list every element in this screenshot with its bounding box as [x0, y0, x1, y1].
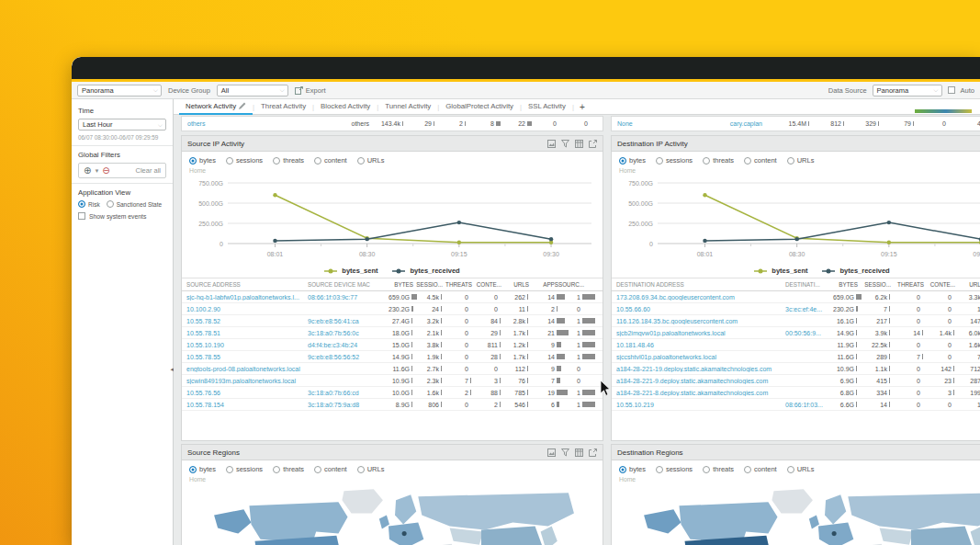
- breadcrumb: Home: [612, 474, 980, 483]
- metric-radio-urls[interactable]: URLs: [787, 156, 815, 165]
- tab-ssl-activity[interactable]: SSL Activity: [522, 99, 572, 115]
- table-icon[interactable]: [575, 140, 583, 148]
- legend-bytes_sent[interactable]: bytes_sent: [324, 267, 377, 275]
- destination-regions-map[interactable]: [612, 483, 980, 545]
- filter-icon[interactable]: [561, 448, 569, 457]
- table-row[interactable]: 10.100.2.90230.2G24001120: [182, 303, 603, 315]
- filter-icon[interactable]: [561, 140, 569, 148]
- device-group-select[interactable]: All⌵: [217, 85, 288, 97]
- column-header[interactable]: SOURC...: [574, 281, 600, 288]
- add-filter-icon[interactable]: ⊕: [84, 166, 91, 176]
- metric-radio-sessions[interactable]: sessions: [656, 465, 693, 473]
- detach-icon[interactable]: [589, 140, 597, 148]
- metric-radio-sessions[interactable]: sessions: [226, 465, 263, 473]
- sanctioned-state-radio[interactable]: Sanctioned State: [107, 200, 163, 208]
- table-row[interactable]: a184-28-221-8.deploy.static.akamaitechno…: [612, 387, 980, 399]
- tab-tunnel-activity[interactable]: Tunnel Activity: [378, 99, 437, 115]
- table-row[interactable]: engtools-prod-08.paloaltonetworks.local1…: [182, 363, 603, 375]
- time-select[interactable]: Last Hour⌵: [78, 119, 166, 131]
- panel-header: Source IP Activity: [182, 136, 603, 152]
- table-row[interactable]: 10.55.10.21908:66:1f:03...6.6G140013: [612, 399, 980, 411]
- tab-globalprotect-activity[interactable]: GlobalProtect Activity: [439, 99, 520, 115]
- legend-bytes_sent[interactable]: bytes_sent: [754, 267, 807, 275]
- remove-filter-icon[interactable]: ⊖: [102, 166, 109, 176]
- country-scandinavia: [395, 494, 416, 524]
- show-system-events-checkbox[interactable]: [78, 212, 85, 220]
- column-header[interactable]: CONTE...: [488, 281, 517, 288]
- table-row[interactable]: sjccshtvl01p.paloaltonetworks.local11.6G…: [612, 351, 980, 363]
- metric-radio-content[interactable]: content: [314, 465, 347, 473]
- metric-radio-bytes[interactable]: bytes: [619, 156, 646, 165]
- tab-blocked-activity[interactable]: Blocked Activity: [314, 99, 377, 115]
- show-system-events-row[interactable]: Show system events: [78, 212, 166, 220]
- time-section-label: Time: [78, 107, 166, 115]
- metric-radio-bytes[interactable]: bytes: [619, 465, 646, 473]
- table-row[interactable]: 10.55.78.559c:eb:e8:56:56:5214.9G1.9k028…: [182, 351, 603, 363]
- metric-radio-threats[interactable]: threats: [273, 156, 304, 165]
- summary-row-left: othersothers143.4k29282200: [181, 116, 603, 131]
- table-row[interactable]: 10.55.78.1543c:18:a0:75:9a:d88.9G8060254…: [182, 399, 603, 411]
- tab-network-activity[interactable]: Network Activity: [179, 99, 253, 115]
- metric-radio-urls[interactable]: URLs: [787, 465, 815, 473]
- metric-radio-urls[interactable]: URLs: [357, 156, 385, 165]
- table-row[interactable]: 173.208.69.34.bc.googleusercontent.com65…: [612, 291, 980, 303]
- export-button[interactable]: Export: [295, 86, 326, 95]
- export-image-icon[interactable]: [547, 448, 556, 457]
- table-row[interactable]: 10.55.10.190d4:f4:be:c3:4b:2415.0G3.8k08…: [182, 339, 603, 351]
- column-header[interactable]: CONTE...: [940, 281, 971, 288]
- metric-radio-content[interactable]: content: [314, 156, 347, 165]
- context-select[interactable]: Panorama⌵: [77, 85, 162, 97]
- table-row[interactable]: sjc-hq-b1-labfw01p.paloaltonetworks.l...…: [182, 291, 603, 303]
- metric-radio-bytes[interactable]: bytes: [189, 156, 216, 165]
- data-source-label: Data Source: [828, 86, 867, 95]
- add-tab-button[interactable]: +: [574, 102, 591, 112]
- table-row[interactable]: 10.181.48.4611.9G22.5k001.6k3: [612, 339, 980, 351]
- metric-radio-threats[interactable]: threats: [703, 465, 734, 473]
- legend-bytes_received[interactable]: bytes_received: [392, 267, 459, 275]
- radio-icon: [273, 157, 280, 165]
- column-header[interactable]: URLS: [517, 281, 545, 288]
- auto-refresh-checkbox[interactable]: [948, 86, 955, 94]
- tab-threat-activity[interactable]: Threat Activity: [254, 99, 312, 115]
- svg-text:08:30: 08:30: [789, 251, 805, 257]
- export-image-icon[interactable]: [547, 140, 556, 148]
- table-row[interactable]: a184-28-221-9.deploy.static.akamaitechno…: [612, 375, 980, 387]
- svg-text:09:15: 09:15: [881, 251, 897, 257]
- metric-radio-content[interactable]: content: [744, 156, 777, 165]
- summary-link[interactable]: None: [617, 120, 633, 127]
- column-header[interactable]: DESTINATI...: [785, 281, 831, 288]
- region-central-asia: [880, 528, 913, 545]
- metric-radio-threats[interactable]: threats: [273, 465, 304, 473]
- column-header[interactable]: DESTINATION ADDRESS: [616, 281, 785, 288]
- table-row[interactable]: a184-28-221-19.deploy.static.akamaitechn…: [612, 363, 980, 375]
- summary-link[interactable]: others: [187, 120, 205, 127]
- metric-radio-sessions[interactable]: sessions: [656, 156, 693, 165]
- country-uk: [379, 515, 389, 528]
- table-row[interactable]: 10.55.76.563c:18:a0:7b:66:cd10.0G1.6k288…: [182, 387, 603, 399]
- user-link[interactable]: cary.caplan: [730, 120, 762, 127]
- legend-bytes_received[interactable]: bytes_received: [822, 267, 889, 275]
- column-header[interactable]: SOURCE ADDRESS: [186, 281, 308, 288]
- metric-radio-sessions[interactable]: sessions: [226, 156, 263, 165]
- table-row[interactable]: sjcb2imgvw01p.paloaltonetworks.local00:5…: [612, 327, 980, 339]
- table-row[interactable]: 10.55.78.529c:eb:e8:56:41:ca27.4G3.2k084…: [182, 315, 603, 327]
- metric-radio-urls[interactable]: URLs: [357, 465, 385, 473]
- panel-header: Source Regions: [182, 445, 603, 460]
- table-icon[interactable]: [575, 448, 583, 457]
- column-header[interactable]: URLS: [971, 281, 980, 288]
- column-header[interactable]: SOURCE DEVICE MAC: [308, 281, 389, 288]
- table-row[interactable]: 116.126.184.35.bc.googleusercontent.com1…: [612, 315, 980, 327]
- metric-radio-content[interactable]: content: [744, 465, 777, 473]
- table-row[interactable]: 10.55.78.513c:18:a0:7b:56:0c18.0G2.1k029…: [182, 327, 603, 339]
- metric-radio-bytes[interactable]: bytes: [189, 465, 216, 473]
- clear-all-button[interactable]: Clear all: [135, 166, 161, 175]
- destination-regions-panel: Destination Regions bytessessionsthreats…: [611, 444, 980, 545]
- detach-icon[interactable]: [589, 448, 597, 457]
- metric-radio-threats[interactable]: threats: [703, 156, 734, 165]
- risk-gradient-bar: [915, 109, 972, 113]
- table-row[interactable]: 10.55.66.603c:ec:ef:4e...230.2G70011: [612, 303, 980, 315]
- risk-radio[interactable]: Risk: [78, 200, 100, 208]
- data-source-select[interactable]: Panorama⌵: [873, 85, 942, 97]
- source-regions-map[interactable]: [182, 483, 603, 545]
- table-row[interactable]: sjcwin849193m.paloaltonetworks.local10.9…: [182, 375, 603, 387]
